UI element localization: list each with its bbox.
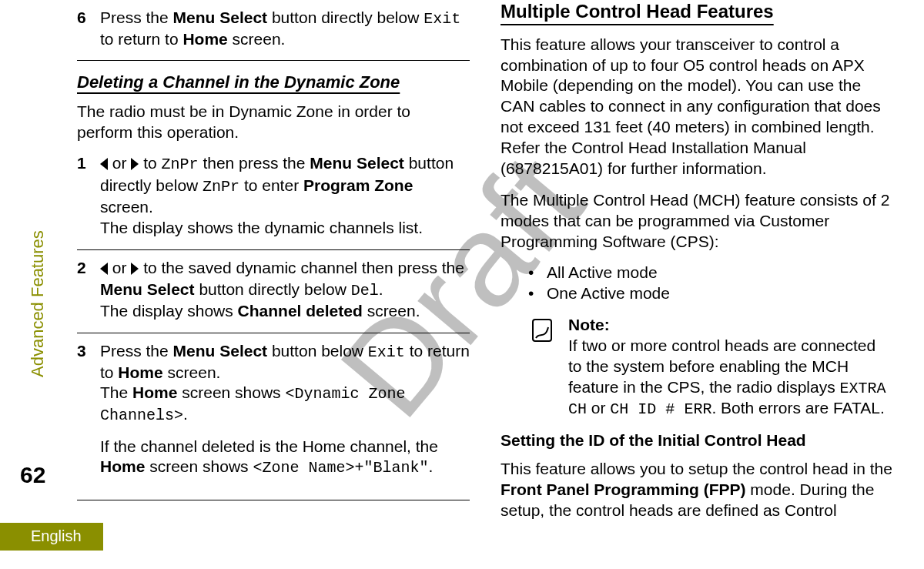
step-2: 2 or to the saved dynamic channel then p…	[77, 258, 470, 322]
text: screen shows	[145, 457, 253, 475]
paragraph: If the channel deleted is the Home chann…	[100, 437, 470, 478]
note-title: Note:	[568, 315, 893, 336]
divider	[77, 249, 470, 250]
text: screen.	[100, 198, 153, 216]
step-number: 3	[77, 341, 100, 489]
bullet-dot: •	[528, 283, 547, 304]
text: .	[379, 280, 383, 298]
text: If two or more control heads are connect…	[568, 336, 875, 396]
step-body: Press the Menu Select button below Exit …	[100, 341, 470, 489]
text: The display shows the dynamic channels l…	[100, 219, 423, 236]
step-number: 1	[77, 153, 100, 238]
step-body: or to the saved dynamic channel then pre…	[100, 258, 470, 322]
bold: Menu Select	[173, 8, 268, 26]
text: or	[587, 399, 610, 417]
text: button below	[267, 342, 368, 360]
text: One Active mode	[547, 283, 670, 304]
text: If the channel deleted is the Home chann…	[100, 437, 438, 455]
section-heading: Multiple Control Head Features	[500, 0, 893, 24]
code: Exit	[368, 343, 405, 361]
text: screen.	[163, 363, 221, 381]
note-icon	[528, 315, 559, 420]
list-item: •All Active mode	[528, 263, 893, 283]
bold: Home	[132, 383, 177, 401]
paragraph: This feature allows your transceiver to …	[500, 35, 893, 179]
text: This feature allows you to setup the con…	[500, 460, 892, 477]
text: screen.	[363, 302, 420, 320]
bold: Home	[100, 457, 145, 475]
svg-marker-0	[100, 158, 108, 170]
code: ZnPr	[162, 156, 199, 173]
code: Del	[351, 282, 379, 300]
svg-marker-2	[100, 263, 108, 275]
paragraph: This feature allows you to setup the con…	[500, 459, 893, 521]
bullet-list: •All Active mode •One Active mode	[528, 263, 893, 304]
sub-heading: Deleting a Channel in the Dynamic Zone	[77, 72, 470, 93]
text: to enter	[239, 176, 303, 194]
bold: Menu Select	[173, 342, 268, 360]
step-number: 2	[77, 258, 100, 322]
code: <Zone Name>+"Blank"	[253, 459, 428, 477]
text: . Both errors are FATAL.	[711, 399, 884, 417]
step-number: 6	[77, 8, 100, 49]
right-arrow-icon	[131, 155, 139, 176]
divider	[77, 60, 470, 61]
step-6: 6 Press the Menu Select button directly …	[77, 8, 470, 49]
code: CH ID # ERR	[610, 400, 711, 418]
bold: Home	[118, 363, 162, 381]
text: then press the	[199, 154, 310, 172]
step-1: 1 or to ZnPr then press the Menu Select …	[77, 153, 470, 238]
text: or	[108, 259, 131, 276]
text: to	[139, 154, 161, 172]
left-column: 6 Press the Menu Select button directly …	[77, 0, 470, 532]
step-3: 3 Press the Menu Select button below Exi…	[77, 341, 470, 489]
bullet-dot: •	[528, 263, 547, 283]
divider	[77, 333, 470, 333]
step-body: or to ZnPr then press the Menu Select bu…	[100, 153, 470, 238]
text: screen shows	[177, 383, 285, 401]
text: Press the	[100, 342, 173, 360]
text: .	[428, 457, 433, 475]
bold: Menu Select	[100, 280, 195, 298]
text: The display shows	[100, 302, 238, 320]
bold: Home	[182, 30, 227, 48]
sub-heading-2: Setting the ID of the Initial Control He…	[500, 430, 893, 451]
code: ZnPr	[203, 178, 239, 196]
bold: Program Zone	[303, 176, 413, 194]
text: to return to	[100, 30, 182, 48]
left-arrow-icon	[100, 259, 108, 280]
svg-marker-3	[131, 263, 139, 275]
code: Exit	[424, 10, 460, 28]
content-columns: 6 Press the Menu Select button directly …	[77, 0, 909, 532]
bold: Channel deleted	[238, 302, 363, 320]
note-block: Note: If two or more control heads are c…	[528, 315, 893, 420]
paragraph: The Multiple Control Head (MCH) feature …	[500, 190, 893, 253]
sidebar: Advanced Features	[28, 123, 54, 447]
sidebar-label: Advanced Features	[28, 230, 48, 377]
list-item: •One Active mode	[528, 283, 893, 304]
text: All Active mode	[547, 263, 658, 283]
text: The	[100, 383, 132, 401]
text: or	[108, 154, 131, 172]
text: to the saved dynamic channel then press …	[139, 259, 464, 276]
page-number: 62	[20, 462, 45, 488]
text: Press the	[100, 8, 173, 26]
text: screen.	[228, 30, 286, 48]
note-body: Note: If two or more control heads are c…	[568, 315, 893, 420]
step-body: Press the Menu Select button directly be…	[100, 8, 470, 49]
right-arrow-icon	[131, 259, 139, 280]
text: button directly below	[267, 8, 424, 26]
svg-marker-1	[131, 158, 139, 170]
left-arrow-icon	[100, 155, 108, 176]
right-column: Multiple Control Head Features This feat…	[500, 0, 893, 532]
text: .	[183, 405, 188, 423]
intro-paragraph: The radio must be in Dynamic Zone in ord…	[77, 102, 470, 143]
bold: Menu Select	[310, 154, 404, 172]
svg-rect-4	[533, 320, 551, 341]
bold: Front Panel Programming (FPP)	[500, 480, 746, 498]
divider	[77, 500, 470, 500]
text: button directly below	[195, 280, 351, 298]
